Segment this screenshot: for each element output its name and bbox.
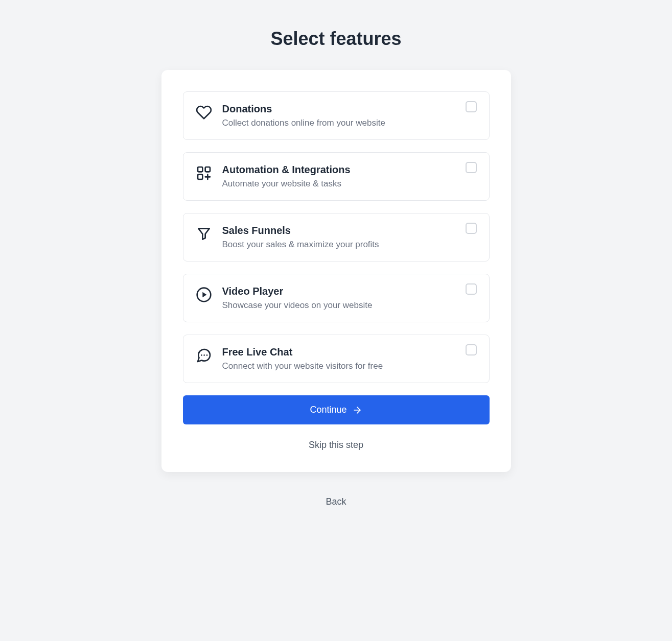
feature-checkbox[interactable]	[466, 223, 477, 234]
svg-rect-0	[198, 167, 202, 172]
skip-step-link[interactable]: Skip this step	[183, 440, 490, 450]
feature-checkbox[interactable]	[466, 344, 477, 355]
features-card: Donations Collect donations online from …	[161, 70, 511, 472]
feature-title: Free Live Chat	[222, 346, 457, 358]
feature-item-automation[interactable]: Automation & Integrations Automate your …	[183, 152, 490, 201]
funnel-icon	[196, 226, 212, 242]
feature-item-video-player[interactable]: Video Player Showcase your videos on you…	[183, 274, 490, 322]
feature-item-donations[interactable]: Donations Collect donations online from …	[183, 91, 490, 140]
page-title: Select features	[270, 28, 401, 50]
feature-text: Free Live Chat Connect with your website…	[222, 346, 457, 371]
grid-plus-icon	[196, 165, 212, 181]
feature-description: Connect with your website visitors for f…	[222, 361, 457, 371]
feature-checkbox[interactable]	[466, 283, 477, 295]
svg-point-9	[206, 354, 207, 356]
feature-checkbox[interactable]	[466, 162, 477, 173]
feature-item-live-chat[interactable]: Free Live Chat Connect with your website…	[183, 335, 490, 383]
feature-description: Boost your sales & maximize your profits	[222, 240, 457, 250]
svg-point-8	[203, 354, 205, 356]
feature-text: Video Player Showcase your videos on you…	[222, 286, 457, 311]
feature-description: Showcase your videos on your website	[222, 300, 457, 311]
feature-description: Collect donations online from your websi…	[222, 118, 457, 128]
feature-item-sales-funnels[interactable]: Sales Funnels Boost your sales & maximiz…	[183, 213, 490, 262]
continue-button-label: Continue	[310, 405, 346, 415]
feature-title: Sales Funnels	[222, 225, 457, 236]
feature-text: Donations Collect donations online from …	[222, 103, 457, 128]
feature-text: Automation & Integrations Automate your …	[222, 164, 457, 189]
svg-marker-6	[202, 292, 206, 298]
continue-button[interactable]: Continue	[183, 395, 490, 424]
play-icon	[196, 287, 212, 303]
feature-checkbox[interactable]	[466, 101, 477, 112]
feature-description: Automate your website & tasks	[222, 179, 457, 189]
feature-title: Automation & Integrations	[222, 164, 457, 176]
svg-point-7	[201, 354, 202, 356]
back-link[interactable]: Back	[326, 496, 346, 507]
feature-title: Donations	[222, 103, 457, 115]
feature-title: Video Player	[222, 286, 457, 297]
chat-icon	[196, 347, 212, 364]
feature-text: Sales Funnels Boost your sales & maximiz…	[222, 225, 457, 250]
arrow-right-icon	[352, 405, 362, 415]
svg-rect-2	[198, 175, 202, 179]
heart-icon	[196, 104, 212, 121]
svg-rect-1	[205, 167, 210, 172]
